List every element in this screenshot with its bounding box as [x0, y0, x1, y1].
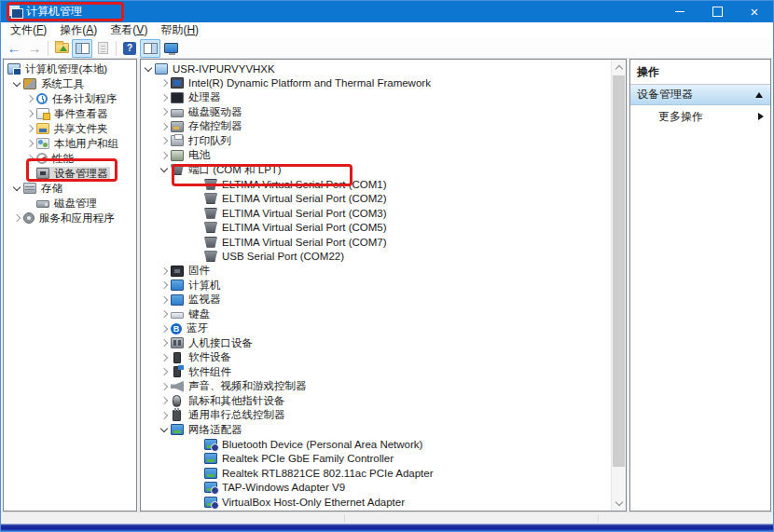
chevron-down-icon[interactable] [159, 163, 171, 178]
chevron-right-icon[interactable] [159, 264, 171, 279]
tree-item[interactable]: Realtek PCIe GbE Family Controller [141, 452, 611, 467]
menu-item-v[interactable]: 查看(V) [104, 22, 154, 38]
tree-item[interactable]: 事件查看器 [4, 106, 136, 121]
tree-item[interactable]: 存储控制器 [141, 119, 611, 134]
collapse-section-icon[interactable] [755, 92, 763, 98]
tree-item-label: 存储 [39, 182, 64, 196]
tree-item[interactable]: 监视器 [141, 293, 611, 307]
tree-item[interactable]: 磁盘管理 [4, 196, 136, 211]
tree-item[interactable]: 存储 [4, 181, 136, 196]
chevron-right-icon[interactable] [11, 211, 23, 225]
close-button[interactable]: × [736, 1, 773, 22]
tree-item-label: ELTIMA Virtual Serial Port (COM7) [220, 237, 389, 248]
tree-item[interactable]: ELTIMA Virtual Serial Port (COM7) [141, 235, 611, 250]
tree-item[interactable]: USB Serial Port (COM22) [141, 250, 611, 265]
minimize-button[interactable] [661, 1, 698, 22]
chevron-right-icon[interactable] [24, 106, 36, 121]
forward-button[interactable]: → [24, 39, 45, 58]
tree-item[interactable]: 计算机管理(本地) [4, 61, 136, 76]
tree-item[interactable]: 性能 [4, 151, 136, 166]
chevron-right-icon[interactable] [24, 91, 36, 106]
chevron-down-icon[interactable] [11, 181, 23, 196]
tree-item[interactable]: 网络适配器 [141, 423, 611, 438]
tree-item[interactable]: WAN Miniport (IKEv2) [141, 510, 611, 512]
menu-item-a[interactable]: 操作(A) [53, 22, 104, 38]
maximize-button[interactable] [698, 1, 736, 22]
tree-item[interactable]: 软件组件 [141, 365, 611, 380]
tree-item-label: USB Serial Port (COM22) [220, 251, 346, 262]
tree-item[interactable]: Intel(R) Dynamic Platform and Thermal Fr… [141, 76, 611, 91]
scroll-down-icon[interactable] [612, 496, 626, 511]
tree-item[interactable]: 打印队列 [141, 134, 611, 149]
chevron-right-icon[interactable] [159, 408, 171, 423]
vertical-scrollbar[interactable] [611, 60, 626, 511]
chevron-right-icon[interactable] [159, 336, 171, 351]
chevron-right-icon[interactable] [24, 151, 36, 166]
chevron-right-icon[interactable] [159, 350, 171, 365]
tree-item[interactable]: 端口 (COM 和 LPT) [141, 163, 611, 178]
tree-item[interactable]: USR-IVPURVYVHXK [141, 61, 611, 76]
battery-icon [171, 150, 184, 161]
folder-up-button[interactable] [51, 39, 72, 58]
tree-item[interactable]: 本地用户和组 [4, 136, 136, 151]
tree-item[interactable]: 软件设备 [141, 350, 611, 365]
chevron-right-icon[interactable] [159, 134, 171, 149]
tree-item[interactable]: 系统工具 [4, 76, 136, 91]
chevron-right-icon[interactable] [159, 394, 171, 409]
tree-item-content: ELTIMA Virtual Serial Port (COM7) [204, 237, 389, 248]
tree-item[interactable]: 磁盘驱动器 [141, 105, 611, 120]
tree-item[interactable]: 蓝牙 [141, 321, 611, 336]
scrollbar-thumb[interactable] [613, 75, 625, 467]
chevron-right-icon[interactable] [159, 90, 171, 105]
toggle-console-tree-icon [76, 43, 90, 54]
help-button[interactable]: ? [119, 39, 140, 58]
tree-item[interactable]: ELTIMA Virtual Serial Port (COM3) [141, 206, 611, 221]
toggle-console-tree-button[interactable] [72, 39, 92, 58]
chevron-right-icon[interactable] [159, 105, 171, 120]
tree-item[interactable]: 服务和应用程序 [4, 211, 136, 225]
chevron-right-icon[interactable] [24, 121, 36, 136]
chevron-right-icon[interactable] [159, 293, 171, 307]
tree-item[interactable]: 固件 [141, 264, 611, 279]
chevron-right-icon[interactable] [159, 307, 171, 322]
chevron-down-icon[interactable] [143, 61, 155, 76]
tree-item[interactable]: VirtualBox Host-Only Ethernet Adapter [141, 495, 611, 510]
chevron-right-icon[interactable] [159, 148, 171, 163]
tree-item[interactable]: TAP-Windows Adapter V9 [141, 481, 611, 496]
chevron-down-icon[interactable] [159, 423, 171, 438]
tree-item[interactable]: 处理器 [141, 90, 611, 105]
tree-item[interactable]: 键盘 [141, 307, 611, 322]
tree-item[interactable]: 人机接口设备 [141, 336, 611, 351]
chevron-right-icon[interactable] [159, 279, 171, 293]
tree-item[interactable]: 共享文件夹 [4, 121, 136, 136]
chevron-right-icon[interactable] [159, 76, 171, 91]
chevron-right-icon[interactable] [24, 136, 36, 151]
back-button[interactable]: ← [4, 39, 24, 58]
chevron-right-icon[interactable] [159, 321, 171, 336]
tree-item[interactable]: 鼠标和其他指针设备 [141, 394, 611, 409]
tree-item[interactable]: 电池 [141, 148, 611, 163]
more-actions-item[interactable]: 更多操作 [630, 105, 770, 128]
chevron-right-icon[interactable] [159, 379, 171, 394]
export-list-button[interactable] [92, 39, 113, 58]
tree-item[interactable]: ELTIMA Virtual Serial Port (COM1) [141, 177, 611, 192]
tree-item[interactable]: ELTIMA Virtual Serial Port (COM5) [141, 221, 611, 236]
chevron-right-icon[interactable] [159, 365, 171, 380]
tree-item[interactable]: 计算机 [141, 279, 611, 293]
tree-item[interactable]: Realtek RTL8821CE 802.11ac PCIe Adapter [141, 466, 611, 481]
scroll-up-icon[interactable] [612, 60, 626, 75]
tree-item[interactable]: Bluetooth Device (Personal Area Network) [141, 437, 611, 452]
tree-item-content: 任务计划程序 [36, 92, 118, 106]
actions-section-device-manager[interactable]: 设备管理器 [630, 85, 770, 105]
show-computer-button[interactable] [160, 39, 181, 58]
tree-item[interactable]: 声音、视频和游戏控制器 [141, 379, 611, 394]
chevron-right-icon[interactable] [159, 119, 171, 134]
toggle-action-pane-button[interactable] [140, 39, 160, 58]
tree-item[interactable]: 设备管理器 [4, 166, 136, 181]
tree-item[interactable]: 任务计划程序 [4, 91, 136, 106]
chevron-down-icon[interactable] [11, 76, 23, 91]
tree-item[interactable]: 通用串行总线控制器 [141, 408, 611, 423]
menu-item-h[interactable]: 帮助(H) [154, 22, 205, 38]
tree-item[interactable]: ELTIMA Virtual Serial Port (COM2) [141, 192, 611, 207]
menu-item-f[interactable]: 文件(F) [4, 22, 53, 38]
